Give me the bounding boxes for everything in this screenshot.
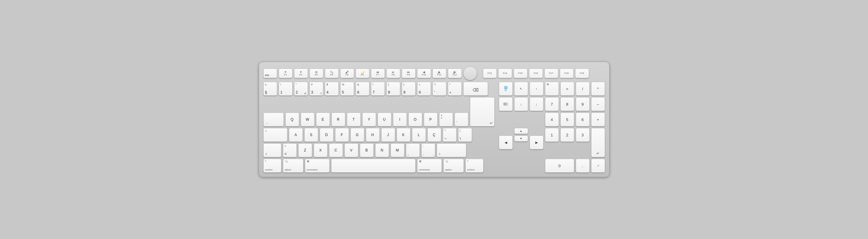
key-num-corner[interactable]: ↗ (591, 159, 605, 173)
key-5[interactable]: % 5 (340, 82, 354, 96)
key-left-shift[interactable]: ⇧ (263, 143, 281, 157)
key-left-option[interactable]: ⌥ option (283, 159, 303, 173)
key-b[interactable]: B (360, 143, 374, 157)
key-num8[interactable]: 8 (560, 97, 574, 111)
key-right-option[interactable]: ⌥ option (443, 159, 464, 173)
key-comma[interactable]: ; , (406, 143, 420, 157)
key-arrow-right[interactable]: ▶ (530, 136, 544, 149)
key-1[interactable]: ! 1 (279, 82, 292, 96)
key-0[interactable]: = 0 (417, 82, 431, 96)
key-w[interactable]: W (301, 113, 315, 126)
key-num7[interactable]: 7 (545, 97, 559, 111)
key-f3[interactable]: ⊞ F3 (309, 68, 323, 78)
key-f9[interactable]: ⏭ F9 (402, 68, 415, 78)
key-apos[interactable]: ? ' (433, 82, 446, 96)
key-f18[interactable]: F18 (560, 68, 574, 78)
key-s[interactable]: S (304, 128, 318, 142)
key-a[interactable]: A (289, 128, 303, 142)
key-open-bracket[interactable]: ao (439, 113, 453, 126)
key-f11[interactable]: 🔈 F11 (433, 68, 446, 78)
key-angle[interactable]: > < (283, 143, 297, 157)
key-f6[interactable]: 🌙 F6 (355, 68, 369, 78)
key-globe[interactable]: 🌐 fn (499, 82, 513, 96)
key-num3[interactable]: 3 (576, 128, 590, 142)
key-num-clear[interactable]: ⊠ (545, 82, 559, 96)
key-d[interactable]: D (320, 128, 334, 142)
key-period[interactable]: : . – (421, 143, 435, 157)
key-left-command[interactable]: ⌘ command (305, 159, 330, 173)
key-l[interactable]: L (412, 128, 426, 142)
key-f2[interactable]: ☀ F2 (294, 68, 308, 78)
key-section[interactable]: ± § (263, 82, 277, 96)
key-o[interactable]: O (408, 113, 422, 126)
key-f16[interactable]: F16 (529, 68, 543, 78)
key-9[interactable]: ) 9 (402, 82, 415, 96)
key-2[interactable]: " 2 @ (294, 82, 308, 96)
key-e[interactable]: E (316, 113, 330, 126)
key-f1[interactable]: ☀ F1 (279, 68, 292, 78)
key-k[interactable]: K (397, 128, 410, 142)
key-f7[interactable]: ⏮ F7 (371, 68, 385, 78)
key-c[interactable]: C (329, 143, 343, 157)
key-num-enter[interactable]: ↵ (591, 128, 605, 157)
key-num5[interactable]: 5 (560, 113, 574, 126)
key-caret[interactable]: ^ ~ (443, 128, 457, 142)
key-4[interactable]: $ 4 (325, 82, 339, 96)
key-f4[interactable]: 🔍 F4 (325, 68, 339, 78)
key-left-ctrl[interactable]: ^ control (263, 159, 281, 173)
key-f14[interactable]: F14 (498, 68, 512, 78)
key-q[interactable]: Q (285, 113, 299, 126)
key-z[interactable]: Z (298, 143, 312, 157)
key-right-ctrl[interactable]: ^ control (465, 159, 484, 173)
key-ccedilla[interactable]: Ç (427, 128, 441, 142)
key-f[interactable]: F (335, 128, 349, 142)
key-6[interactable]: & 6 (355, 82, 369, 96)
key-y[interactable]: Y (362, 113, 376, 126)
key-r[interactable]: R (332, 113, 345, 126)
key-f19[interactable]: F19 (575, 68, 589, 78)
key-enter[interactable]: ↵ (470, 97, 495, 126)
key-num6[interactable]: 6 (576, 113, 590, 126)
key-guillemet[interactable]: * « (448, 82, 462, 96)
key-f5[interactable]: 🎤 F5 (340, 68, 354, 78)
key-num2[interactable]: 2 (560, 128, 574, 142)
key-power[interactable] (463, 66, 477, 80)
key-t[interactable]: T (347, 113, 361, 126)
key-f8[interactable]: ⏯ F8 (386, 68, 400, 78)
key-end[interactable]: ↓ (514, 97, 528, 111)
key-f17[interactable]: F17 (545, 68, 558, 78)
key-home[interactable]: ↖ (514, 82, 528, 96)
key-num0[interactable]: 0 (545, 159, 574, 173)
key-num-eq[interactable]: = (560, 82, 574, 96)
key-space[interactable] (331, 159, 415, 173)
key-arrow-down-big[interactable]: ↓ (530, 97, 544, 111)
key-7[interactable]: / 7 (371, 82, 385, 96)
key-num4[interactable]: 4 (545, 113, 559, 126)
key-f12[interactable]: 🔊 F12 (448, 68, 462, 78)
key-right-shift[interactable]: ⇧ (437, 143, 466, 157)
key-u[interactable]: U (378, 113, 392, 126)
key-fwd-del[interactable]: ⌦ (499, 97, 513, 111)
key-v[interactable]: V (344, 143, 358, 157)
key-i[interactable]: I (393, 113, 407, 126)
key-capslock[interactable]: ⇪ (263, 128, 287, 142)
key-arrow-down[interactable]: ▼ (514, 136, 528, 142)
key-arrow-up[interactable]: ▲ (514, 128, 528, 134)
key-f10[interactable]: ◀ F10 (417, 68, 431, 78)
key-3[interactable]: # 3 € (309, 82, 323, 96)
key-num-mul[interactable]: * (591, 82, 605, 96)
key-g[interactable]: G (350, 128, 364, 142)
key-num-minus[interactable]: – (591, 97, 605, 111)
key-m[interactable]: M (391, 143, 404, 157)
key-arrow-left[interactable]: ◀ (499, 136, 513, 149)
key-esc[interactable]: esc (263, 68, 277, 78)
key-8[interactable]: ( 8 (386, 82, 400, 96)
key-num-period[interactable]: . (576, 159, 590, 173)
key-j[interactable]: J (381, 128, 395, 142)
key-f15[interactable]: F15 (514, 68, 527, 78)
key-num-plus[interactable]: + (591, 113, 605, 126)
key-arrow-up-big[interactable]: ↑ (530, 82, 544, 96)
key-num-div[interactable]: / (576, 82, 590, 96)
key-f13[interactable]: F13 (483, 68, 497, 78)
key-tilde[interactable]: ` (455, 113, 468, 126)
